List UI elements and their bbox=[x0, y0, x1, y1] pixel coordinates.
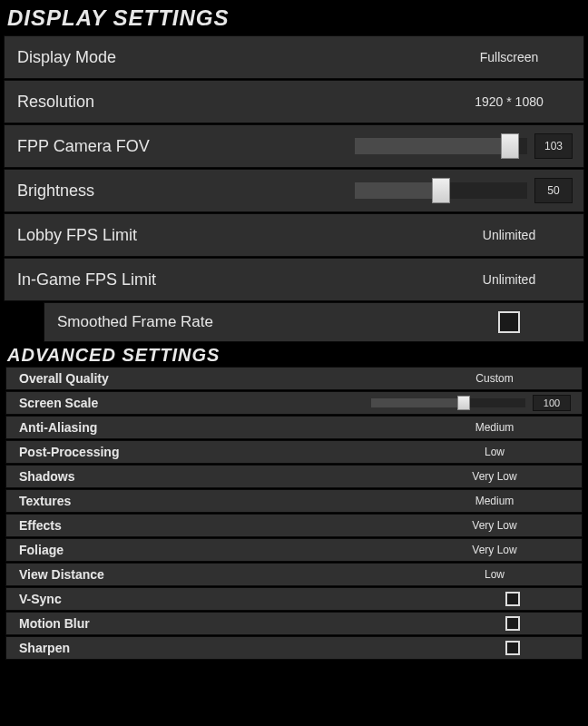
smoothed-frame-rate-label: Smoothed Frame Rate bbox=[57, 313, 213, 331]
brightness-row[interactable]: Brightness 50 bbox=[4, 169, 584, 212]
view-distance-label: View Distance bbox=[19, 567, 104, 582]
post-processing-value[interactable]: Low bbox=[440, 446, 549, 458]
screen-scale-value: 100 bbox=[533, 395, 571, 411]
shadows-value[interactable]: Very Low bbox=[440, 470, 549, 483]
overall-quality-row[interactable]: Overall Quality Custom bbox=[5, 367, 583, 390]
brightness-label: Brightness bbox=[17, 182, 94, 201]
motion-blur-row[interactable]: Motion Blur bbox=[5, 612, 583, 635]
lobby-fps-row[interactable]: Lobby FPS Limit Unlimited bbox=[4, 213, 584, 257]
resolution-value[interactable]: 1920 * 1080 bbox=[446, 94, 573, 109]
sharpen-row[interactable]: Sharpen bbox=[5, 636, 583, 660]
display-mode-value[interactable]: Fullscreen bbox=[446, 50, 573, 64]
fpp-fov-row[interactable]: FPP Camera FOV 103 bbox=[4, 124, 584, 168]
textures-value[interactable]: Medium bbox=[440, 495, 549, 507]
foliage-row[interactable]: Foliage Very Low bbox=[5, 538, 583, 562]
effects-value[interactable]: Very Low bbox=[440, 519, 549, 532]
resolution-row[interactable]: Resolution 1920 * 1080 bbox=[4, 80, 584, 123]
vsync-checkbox[interactable] bbox=[505, 592, 520, 606]
fpp-fov-label: FPP Camera FOV bbox=[17, 137, 150, 156]
motion-blur-checkbox[interactable] bbox=[505, 616, 520, 631]
display-settings-header: DISPLAY SETTINGS bbox=[0, 0, 588, 34]
overall-quality-value[interactable]: Custom bbox=[440, 372, 549, 385]
shadows-row[interactable]: Shadows Very Low bbox=[5, 465, 583, 488]
vsync-label: V-Sync bbox=[19, 592, 62, 606]
foliage-label: Foliage bbox=[19, 543, 64, 557]
sharpen-checkbox[interactable] bbox=[505, 641, 520, 655]
anti-aliasing-label: Anti-Aliasing bbox=[19, 420, 97, 435]
lobby-fps-label: Lobby FPS Limit bbox=[17, 226, 137, 245]
shadows-label: Shadows bbox=[19, 469, 74, 484]
anti-aliasing-value[interactable]: Medium bbox=[440, 421, 549, 434]
textures-row[interactable]: Textures Medium bbox=[5, 489, 583, 513]
smoothed-frame-rate-row[interactable]: Smoothed Frame Rate bbox=[44, 302, 584, 342]
ingame-fps-label: In-Game FPS Limit bbox=[17, 270, 156, 289]
effects-row[interactable]: Effects Very Low bbox=[5, 514, 583, 537]
screen-scale-row[interactable]: Screen Scale 100 bbox=[5, 391, 583, 415]
display-mode-row[interactable]: Display Mode Fullscreen bbox=[4, 35, 584, 79]
brightness-value: 50 bbox=[534, 178, 573, 203]
screen-scale-slider[interactable] bbox=[371, 398, 525, 407]
resolution-label: Resolution bbox=[17, 93, 94, 112]
brightness-slider[interactable] bbox=[355, 182, 527, 199]
ingame-fps-value[interactable]: Unlimited bbox=[446, 272, 573, 287]
display-mode-label: Display Mode bbox=[17, 48, 116, 67]
post-processing-row[interactable]: Post-Processing Low bbox=[5, 440, 583, 464]
fpp-fov-value: 103 bbox=[534, 133, 573, 159]
textures-label: Textures bbox=[19, 494, 71, 508]
ingame-fps-row[interactable]: In-Game FPS Limit Unlimited bbox=[4, 258, 584, 301]
view-distance-row[interactable]: View Distance Low bbox=[5, 563, 583, 586]
motion-blur-label: Motion Blur bbox=[19, 616, 90, 631]
lobby-fps-value[interactable]: Unlimited bbox=[446, 228, 573, 242]
anti-aliasing-row[interactable]: Anti-Aliasing Medium bbox=[5, 416, 583, 439]
view-distance-value[interactable]: Low bbox=[440, 568, 549, 581]
fpp-fov-slider[interactable] bbox=[355, 138, 527, 154]
overall-quality-label: Overall Quality bbox=[19, 371, 109, 386]
advanced-settings-header: ADVANCED SETTINGS bbox=[0, 343, 588, 366]
screen-scale-label: Screen Scale bbox=[19, 396, 98, 410]
sharpen-label: Sharpen bbox=[19, 641, 70, 655]
foliage-value[interactable]: Very Low bbox=[440, 544, 549, 556]
smoothed-frame-rate-checkbox[interactable] bbox=[498, 311, 520, 333]
post-processing-label: Post-Processing bbox=[19, 445, 119, 459]
effects-label: Effects bbox=[19, 518, 62, 533]
vsync-row[interactable]: V-Sync bbox=[5, 587, 583, 611]
